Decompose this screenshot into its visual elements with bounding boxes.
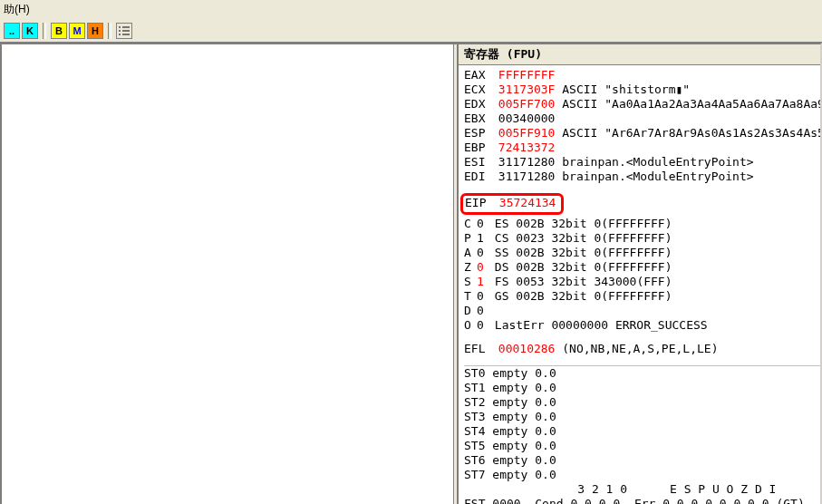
registers-panel: 寄存器 (FPU) EAX FFFFFFFF ECX 3117303F ASCI… <box>457 43 822 504</box>
flag-t-val: 0 <box>477 289 488 304</box>
st0-name: ST0 <box>464 366 485 380</box>
list-icon <box>119 26 130 35</box>
seg-cs-bits: 32bit <box>551 231 586 245</box>
st4-name: ST4 <box>464 424 485 438</box>
efl-name: EFL <box>464 342 491 356</box>
toolbar-btn-h[interactable]: H <box>87 23 103 39</box>
toolbar: .. K B M H <box>0 19 822 43</box>
st5-name: ST5 <box>464 439 485 452</box>
seg-es-range: 0(FFFFFFFF) <box>594 217 672 230</box>
flag-a-name: A <box>464 246 477 260</box>
seg-cs-range: 0(FFFFFFFF) <box>594 231 672 245</box>
seg-gs: GS <box>495 289 509 303</box>
fst-name: FST <box>464 497 485 504</box>
fpu-hdr-3210: 3 2 1 0 <box>577 482 627 496</box>
toolbar-separator <box>43 23 46 39</box>
eip-highlight-row: EIP 35724134 <box>464 193 815 208</box>
st7-val: 0.0 <box>535 468 556 481</box>
st3-name: ST3 <box>464 410 485 423</box>
seg-gs-bits: 32bit <box>551 289 586 303</box>
toolbar-separator-2 <box>108 23 111 39</box>
seg-ds-bits: 32bit <box>551 260 586 274</box>
reg-eip-val: 35724134 <box>499 196 556 209</box>
reg-ecx-asc: ASCII "shitstorm▮" <box>562 82 690 96</box>
menu-help[interactable]: 助(H) <box>0 0 822 19</box>
flag-p-val: 1 <box>477 231 488 246</box>
seg-ss: SS <box>495 246 509 259</box>
reg-edi-asc: brainpan.<ModuleEntryPoint> <box>562 170 753 183</box>
flag-c-name: C <box>464 217 477 231</box>
efl-desc: (NO,NB,NE,A,S,PE,L,LE) <box>562 342 718 355</box>
fst-gt: (GT) <box>776 497 804 504</box>
flag-a-val: 0 <box>477 246 488 260</box>
reg-ebp-name: EBP <box>464 141 491 155</box>
st0-state: empty <box>492 366 527 380</box>
seg-gs-val: 002B <box>516 289 544 303</box>
seg-fs-val: 0053 <box>516 275 544 288</box>
reg-edi-val: 31171280 <box>498 170 556 183</box>
disasm-panel[interactable]: ∧ <box>0 43 457 504</box>
flag-t-name: T <box>464 289 477 304</box>
reg-esp-asc: ASCII "Ar6Ar7Ar8Ar9As0As1As2As3As4As5 <box>562 126 820 140</box>
reg-ebx-name: EBX <box>464 111 491 126</box>
reg-esp-val: 005FF910 <box>498 126 556 140</box>
registers-content[interactable]: EAX FFFFFFFF ECX 3117303F ASCII "shitsto… <box>459 65 820 504</box>
reg-edi-name: EDI <box>464 170 491 184</box>
main-area: ∧ 寄存器 (FPU) EAX FFFFFFFF ECX 3117303F AS… <box>0 43 822 504</box>
st5-val: 0.0 <box>535 439 556 452</box>
st7-state: empty <box>492 468 527 481</box>
st0-val: 0.0 <box>535 366 556 380</box>
flag-c-val: 0 <box>477 217 488 231</box>
st6-state: empty <box>492 453 527 467</box>
st3-state: empty <box>492 410 527 423</box>
reg-ecx-name: ECX <box>464 82 491 97</box>
flag-o-name: O <box>464 318 477 333</box>
reg-esi-val: 31171280 <box>498 155 556 169</box>
seg-ds-val: 002B <box>516 260 544 274</box>
fst-cond-label: Cond <box>535 497 563 504</box>
reg-eax-name: EAX <box>464 68 491 82</box>
flag-o-val: 0 <box>477 318 488 333</box>
reg-esi-asc: brainpan.<ModuleEntryPoint> <box>562 155 753 169</box>
st4-val: 0.0 <box>535 424 556 438</box>
lasterr: LastErr 00000000 ERROR_SUCCESS <box>495 318 708 332</box>
reg-edx-asc: ASCII "Aa0Aa1Aa2Aa3Aa4Aa5Aa6Aa7Aa8Aa9 <box>562 97 820 111</box>
flag-s-val: 1 <box>477 275 488 289</box>
fpu-hdr-espuozdi: E S P U O Z D I <box>670 482 776 496</box>
seg-es-val: 002B <box>516 217 544 230</box>
flag-z-val: 0 <box>477 260 488 275</box>
seg-es-bits: 32bit <box>551 217 586 230</box>
seg-es: ES <box>495 217 509 230</box>
seg-ds-range: 0(FFFFFFFF) <box>594 260 672 274</box>
seg-fs: FS <box>495 275 509 288</box>
seg-ss-range: 0(FFFFFFFF) <box>594 246 672 259</box>
toolbar-btn-m[interactable]: M <box>69 23 85 39</box>
reg-eax-val: FFFFFFFF <box>498 68 556 82</box>
registers-panel-title[interactable]: 寄存器 (FPU) <box>459 44 820 65</box>
reg-ecx-val: 3117303F <box>498 82 556 96</box>
seg-cs-val: 0023 <box>516 231 544 245</box>
toolbar-btn-dots[interactable]: .. <box>4 23 20 39</box>
seg-gs-range: 0(FFFFFFFF) <box>594 289 672 303</box>
seg-cs: CS <box>495 231 509 245</box>
reg-esp-name: ESP <box>464 126 491 141</box>
seg-ss-bits: 32bit <box>551 246 586 259</box>
st2-val: 0.0 <box>535 395 556 409</box>
toolbar-btn-k[interactable]: K <box>22 23 38 39</box>
st4-state: empty <box>492 424 527 438</box>
seg-ss-val: 002B <box>516 246 544 259</box>
st6-name: ST6 <box>464 453 485 467</box>
seg-fs-range: 343000(FFF) <box>594 275 672 288</box>
toolbar-btn-b[interactable]: B <box>51 23 67 39</box>
toolbar-btn-list[interactable] <box>116 23 132 39</box>
reg-edx-name: EDX <box>464 97 491 111</box>
st1-val: 0.0 <box>535 381 556 394</box>
reg-esi-name: ESI <box>464 155 491 170</box>
st7-name: ST7 <box>464 468 485 481</box>
seg-ds: DS <box>495 260 509 274</box>
flag-p-name: P <box>464 231 477 246</box>
fst-val: 0000 <box>492 497 520 504</box>
st6-val: 0.0 <box>535 453 556 467</box>
st1-state: empty <box>492 381 527 394</box>
st2-name: ST2 <box>464 395 485 409</box>
